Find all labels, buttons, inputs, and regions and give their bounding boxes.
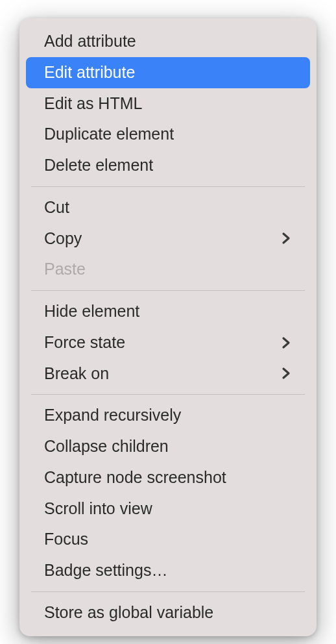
menu-item-capture-node-screenshot[interactable]: Capture node screenshot — [26, 462, 310, 493]
menu-item-label: Hide element — [44, 301, 292, 323]
menu-item-add-attribute[interactable]: Add attribute — [26, 26, 310, 57]
menu-item-label: Paste — [44, 258, 292, 280]
menu-item-delete-element[interactable]: Delete element — [26, 150, 310, 181]
menu-item-label: Add attribute — [44, 31, 292, 53]
menu-item-break-on[interactable]: Break on — [26, 358, 310, 390]
menu-item-force-state[interactable]: Force state — [26, 327, 310, 358]
chevron-right-icon — [280, 335, 292, 351]
menu-item-label: Cut — [44, 197, 292, 219]
context-menu: Add attribute Edit attribute Edit as HTM… — [19, 18, 317, 636]
menu-item-cut[interactable]: Cut — [26, 192, 310, 223]
menu-item-label: Edit attribute — [44, 62, 292, 84]
menu-item-label: Copy — [44, 228, 280, 250]
menu-item-hide-element[interactable]: Hide element — [26, 296, 310, 327]
chevron-right-icon — [280, 230, 292, 246]
menu-item-label: Store as global variable — [44, 602, 292, 624]
chevron-right-icon — [280, 365, 292, 381]
menu-item-label: Expand recursively — [44, 404, 292, 427]
menu-item-collapse-children[interactable]: Collapse children — [26, 431, 310, 462]
menu-item-paste: Paste — [26, 254, 310, 285]
menu-item-label: Focus — [44, 528, 292, 551]
separator — [31, 186, 305, 187]
separator — [31, 290, 305, 291]
menu-item-expand-recursively[interactable]: Expand recursively — [26, 400, 310, 431]
menu-item-focus[interactable]: Focus — [26, 524, 310, 555]
menu-item-duplicate-element[interactable]: Duplicate element — [26, 119, 310, 150]
menu-item-scroll-into-view[interactable]: Scroll into view — [26, 493, 310, 525]
separator — [31, 394, 305, 395]
menu-item-copy[interactable]: Copy — [26, 223, 310, 254]
menu-item-edit-as-html[interactable]: Edit as HTML — [26, 88, 310, 119]
menu-item-badge-settings[interactable]: Badge settings… — [26, 555, 310, 586]
menu-item-label: Duplicate element — [44, 123, 292, 145]
menu-item-store-as-global-variable[interactable]: Store as global variable — [26, 597, 310, 628]
menu-item-label: Collapse children — [44, 436, 292, 458]
menu-item-label: Capture node screenshot — [44, 467, 292, 489]
menu-item-label: Edit as HTML — [44, 93, 292, 115]
menu-item-label: Badge settings… — [44, 560, 292, 582]
menu-item-label: Force state — [44, 332, 280, 354]
menu-item-edit-attribute[interactable]: Edit attribute — [26, 57, 310, 88]
menu-item-label: Break on — [44, 363, 280, 385]
separator — [31, 591, 305, 592]
menu-item-label: Delete element — [44, 155, 292, 177]
menu-item-label: Scroll into view — [44, 498, 292, 520]
